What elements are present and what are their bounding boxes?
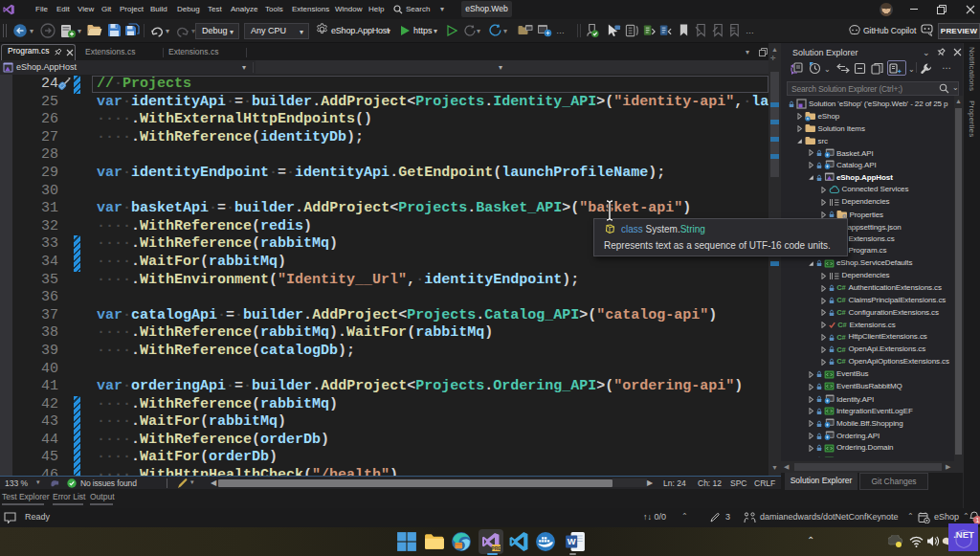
- svg-text:PRE: PRE: [491, 545, 501, 551]
- svg-text:W: W: [568, 537, 576, 546]
